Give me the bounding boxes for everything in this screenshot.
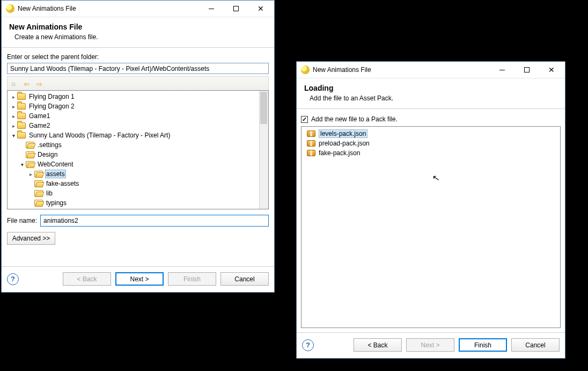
expand-arrow-icon[interactable] [10, 123, 17, 129]
tree-node[interactable]: Game1 [8, 111, 259, 121]
close-button[interactable]: ✕ [248, 1, 273, 17]
app-icon [301, 66, 310, 74]
package-icon [307, 150, 315, 156]
titlebar[interactable]: New Animations File ✕ [297, 62, 565, 78]
parent-folder-label: Enter or select the parent folder: [7, 53, 269, 61]
titlebar[interactable]: New Animations File ✕ [2, 1, 274, 17]
package-icon [307, 140, 315, 147]
home-button[interactable]: ⌂ [8, 78, 19, 89]
expand-arrow-icon[interactable] [10, 94, 17, 100]
wizard-footer: ? < Back Next > Finish Cancel [2, 266, 274, 292]
arrow-left-icon: ⇦ [24, 80, 30, 88]
next-button: Next > [406, 338, 454, 352]
tree-node-label: fake-assets [45, 180, 80, 187]
help-button[interactable]: ? [7, 273, 19, 285]
maximize-button[interactable] [514, 62, 539, 78]
help-button[interactable]: ? [302, 339, 314, 351]
wizard-dialog-page2: New Animations File ✕ Loading Add the fi… [296, 61, 565, 359]
project-icon [17, 132, 26, 139]
minimize-button[interactable] [490, 62, 514, 78]
project-icon [17, 93, 26, 100]
cancel-button[interactable]: Cancel [511, 338, 560, 352]
back-button[interactable]: < Back [354, 338, 402, 352]
filename-label: File name: [7, 217, 37, 224]
back-nav-button[interactable]: ⇦ [20, 78, 32, 89]
help-icon: ? [306, 341, 310, 349]
expand-arrow-icon[interactable] [10, 133, 17, 139]
tree-node[interactable]: Design [8, 150, 259, 159]
tree-node[interactable]: assets [8, 169, 259, 179]
tree-node[interactable]: Flying Dragon 1 [8, 92, 259, 101]
add-to-pack-checkbox-row[interactable]: Add the new file to a Pack file. [297, 112, 565, 126]
cursor-icon: ↖ [431, 172, 440, 184]
tree-node[interactable]: Flying Dragon 2 [8, 101, 259, 111]
folder-icon [26, 142, 34, 148]
wizard-header: New Animations File Create a new Animati… [2, 17, 274, 48]
project-icon [17, 122, 26, 129]
tree-node[interactable]: typings [8, 198, 259, 208]
window-title: New Animations File [18, 5, 199, 12]
checkbox-icon[interactable] [301, 116, 308, 123]
finish-button: Finish [168, 272, 216, 286]
scrollbar[interactable] [259, 91, 268, 209]
wizard-content: Add the new file to a Pack file. levels-… [297, 109, 565, 332]
pack-file-label: levels-pack.json [319, 129, 367, 138]
folder-icon [34, 200, 43, 206]
wizard-content: Enter or select the parent folder: ⌂ ⇦ ⇨… [2, 48, 274, 266]
pack-file-label: preload-pack.json [319, 140, 370, 147]
tree-node-label: typings [45, 199, 68, 207]
pack-file-item[interactable]: preload-pack.json [303, 139, 559, 148]
package-icon [307, 130, 315, 137]
advanced-button[interactable]: Advanced >> [7, 232, 55, 245]
minimize-button[interactable] [199, 1, 224, 17]
tree-node-label: Game2 [28, 122, 51, 129]
add-to-pack-label: Add the new file to a Pack file. [311, 115, 398, 123]
tree-node[interactable]: Sunny Land Woods (Tilemap - Factory - Pi… [8, 130, 259, 140]
tree-toolbar: ⌂ ⇦ ⇨ [7, 76, 269, 90]
next-button[interactable]: Next > [115, 272, 164, 286]
tree-node-label: Sunny Land Woods (Tilemap - Factory - Pi… [28, 132, 171, 139]
wizard-title: Loading [304, 84, 557, 92]
maximize-button[interactable] [224, 1, 248, 17]
close-button[interactable]: ✕ [539, 62, 564, 78]
tree-node[interactable]: Game2 [8, 121, 259, 130]
pack-file-item[interactable]: levels-pack.json [303, 129, 559, 139]
folder-icon [34, 171, 43, 177]
wizard-footer: ? < Back Next > Finish Cancel [297, 332, 565, 358]
tree-node[interactable]: .settings [8, 140, 259, 150]
expand-arrow-icon[interactable] [10, 104, 17, 110]
folder-tree[interactable]: Flying Dragon 1Flying Dragon 2Game1Game2… [7, 90, 269, 209]
pack-file-item[interactable]: fake-pack.json [303, 148, 559, 158]
scroll-thumb[interactable] [260, 92, 267, 124]
expand-arrow-icon[interactable] [18, 162, 26, 168]
folder-icon [34, 180, 43, 187]
tree-node[interactable]: lib [8, 188, 259, 198]
tree-node-label: assets [45, 170, 66, 178]
wizard-subtitle: Create a new Animations file. [14, 33, 267, 41]
tree-node[interactable]: fake-assets [8, 179, 259, 188]
cancel-button[interactable]: Cancel [220, 272, 269, 286]
tree-node-label: Design [36, 151, 58, 158]
parent-folder-input[interactable] [7, 63, 269, 74]
expand-arrow-icon[interactable] [27, 171, 34, 177]
app-icon [6, 4, 14, 13]
wizard-title: New Animations File [9, 23, 267, 31]
folder-icon [26, 151, 34, 158]
window-title: New Animations File [313, 66, 490, 74]
tree-node-label: WebContent [36, 161, 75, 168]
tree-node-label: Flying Dragon 2 [28, 103, 76, 110]
help-icon: ? [11, 275, 15, 283]
tree-node-label: Game1 [28, 112, 51, 120]
filename-input[interactable] [40, 215, 269, 227]
home-icon: ⌂ [11, 80, 15, 88]
forward-nav-button[interactable]: ⇨ [33, 78, 45, 89]
pack-file-list[interactable]: levels-pack.jsonpreload-pack.jsonfake-pa… [301, 126, 561, 328]
pack-file-label: fake-pack.json [319, 149, 360, 157]
folder-icon [26, 161, 34, 168]
arrow-right-icon: ⇨ [36, 80, 42, 88]
tree-node[interactable]: WebContent [8, 159, 259, 169]
tree-node-label: .settings [36, 141, 63, 149]
finish-button[interactable]: Finish [459, 338, 507, 352]
back-button: < Back [63, 272, 111, 286]
expand-arrow-icon[interactable] [10, 113, 17, 119]
